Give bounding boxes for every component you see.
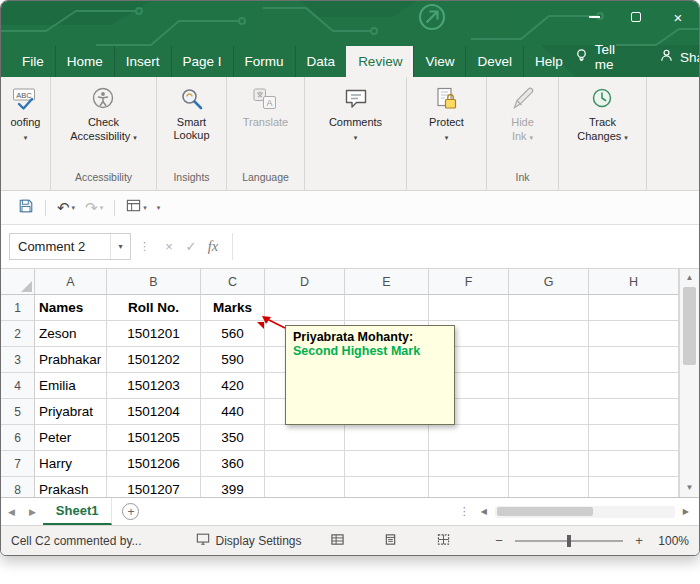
cell-A6[interactable]: Peter [35,425,107,451]
cell-B2[interactable]: 1501201 [107,321,201,347]
cell-F7[interactable] [429,451,509,477]
zoom-slider[interactable] [515,540,623,542]
zoom-slider-thumb[interactable] [567,535,571,547]
cell-E6[interactable] [345,425,429,451]
cell-B8[interactable]: 1501207 [107,477,201,497]
undo-button[interactable]: ↶▾ [52,198,80,217]
name-box-dropdown-icon[interactable]: ▾ [110,234,130,259]
cell-F8[interactable] [429,477,509,497]
select-all-button[interactable] [1,269,35,295]
hscroll-track[interactable] [495,506,675,518]
cell-A3[interactable]: Prabhakar [35,347,107,373]
cell-A4[interactable]: Emilia [35,373,107,399]
tab-page-i[interactable]: Page I [171,46,233,77]
add-sheet-button[interactable]: + [122,503,139,520]
share-button[interactable]: Share [659,48,700,66]
cancel-button[interactable]: × [158,239,180,254]
row-header-6[interactable]: 6 [1,425,35,451]
cell-B4[interactable]: 1501203 [107,373,201,399]
tab-view[interactable]: View [413,46,465,77]
display-settings-button[interactable]: Display Settings [196,532,302,549]
row-header-1[interactable]: 1 [1,295,35,321]
cell-G6[interactable] [509,425,589,451]
cell-A7[interactable]: Harry [35,451,107,477]
cell-H6[interactable] [589,425,679,451]
cell-B1[interactable]: Roll No. [107,295,201,321]
cell-H5[interactable] [589,399,679,425]
enter-button[interactable]: ✓ [180,239,202,254]
row-header-8[interactable]: 8 [1,477,35,497]
cell-D6[interactable] [265,425,345,451]
vscroll-thumb[interactable] [683,287,696,365]
redo-button[interactable]: ↷▾ [80,198,108,217]
tab-insert[interactable]: Insert [114,46,171,77]
cell-C8[interactable]: 399 [201,477,265,497]
cell-F1[interactable] [429,295,509,321]
zoom-out-button[interactable]: − [492,533,506,548]
cell-B5[interactable]: 1501204 [107,399,201,425]
cell-C7[interactable]: 360 [201,451,265,477]
customize-qat-button[interactable]: ▾ [152,202,166,214]
cell-G2[interactable] [509,321,589,347]
scroll-right-icon[interactable]: ▶ [679,507,693,516]
tab-devel[interactable]: Devel [465,46,523,77]
vscroll-track[interactable] [680,287,699,479]
track-changes-button[interactable]: Track Changes▾ [577,84,628,144]
hide-ink-button[interactable]: Hide Ink▾ [510,84,536,144]
tab-review[interactable]: Review [346,46,413,77]
cell-C4[interactable]: 420 [201,373,265,399]
cell-H2[interactable] [589,321,679,347]
cell-G8[interactable] [509,477,589,497]
tab-formu[interactable]: Formu [233,46,295,77]
formula-input[interactable] [232,233,691,260]
cell-A5[interactable]: Priyabrat [35,399,107,425]
close-button[interactable]: × [657,1,699,33]
translate-button[interactable]: A Translate [243,84,288,129]
scroll-down-icon[interactable]: ▼ [686,482,694,494]
tell-me-button[interactable]: Tell me [574,42,615,72]
column-header-E[interactable]: E [345,269,429,295]
cell-G1[interactable] [509,295,589,321]
cell-A8[interactable]: Prakash [35,477,107,497]
cell-D7[interactable] [265,451,345,477]
maximize-button[interactable] [615,1,657,33]
minimize-button[interactable] [573,1,615,33]
check-accessibility-button[interactable]: Check Accessibility▾ [70,84,136,144]
row-header-7[interactable]: 7 [1,451,35,477]
cell-G7[interactable] [509,451,589,477]
cell-B7[interactable]: 1501206 [107,451,201,477]
cell-A2[interactable]: Zeson [35,321,107,347]
zoom-in-button[interactable]: + [632,533,646,548]
sheet-nav-left-icon[interactable]: ◀ [1,507,22,517]
cell-C6[interactable]: 350 [201,425,265,451]
page-break-view-button[interactable] [437,533,450,549]
cell-H7[interactable] [589,451,679,477]
scroll-left-icon[interactable]: ◀ [477,507,491,516]
tab-home[interactable]: Home [55,46,114,77]
insert-function-button[interactable]: fx [202,238,224,255]
cell-H4[interactable] [589,373,679,399]
cell-G3[interactable] [509,347,589,373]
scroll-up-icon[interactable]: ▲ [686,272,694,284]
cell-H1[interactable] [589,295,679,321]
cell-H3[interactable] [589,347,679,373]
protect-button[interactable]: Protect ▾ [429,84,464,144]
cell-G5[interactable] [509,399,589,425]
table-command-button[interactable]: ▾ [121,196,152,219]
column-header-D[interactable]: D [265,269,345,295]
save-button[interactable] [13,196,39,220]
column-header-F[interactable]: F [429,269,509,295]
row-header-5[interactable]: 5 [1,399,35,425]
comment-box[interactable]: Priyabrata Mohanty: Second Highest Mark [285,325,455,425]
tab-split-handle[interactable]: ⋮ [459,505,470,518]
cell-C5[interactable]: 440 [201,399,265,425]
row-header-2[interactable]: 2 [1,321,35,347]
zoom-level[interactable]: 100% [655,534,689,548]
tab-data[interactable]: Data [295,46,347,77]
name-box[interactable]: Comment 2 ▾ [9,233,131,260]
column-header-G[interactable]: G [509,269,589,295]
cell-E8[interactable] [345,477,429,497]
page-layout-view-button[interactable] [384,533,397,549]
formula-bar-splitter[interactable]: ⋮ [139,240,150,253]
tab-file[interactable]: File [11,46,55,77]
